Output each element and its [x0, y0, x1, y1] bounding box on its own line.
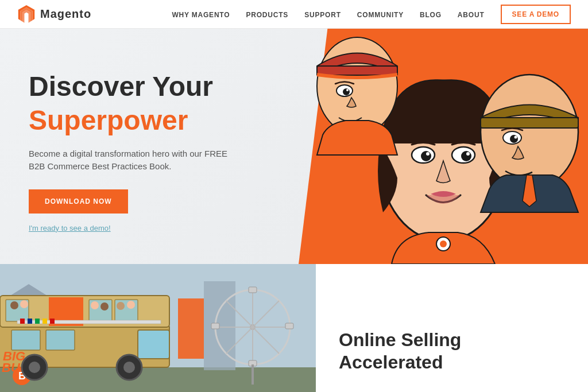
download-button[interactable]: DOWNLOAD NOW [29, 189, 128, 214]
nav-item-products[interactable]: PRODUCTS [246, 9, 288, 20]
svg-rect-37 [249, 287, 257, 293]
comic-illustration [299, 29, 588, 264]
nav-item-demo[interactable]: SEE A DEMO [501, 5, 571, 24]
svg-point-51 [10, 301, 18, 309]
svg-rect-16 [317, 66, 397, 75]
demo-link[interactable]: I'm ready to see a demo! [29, 224, 270, 232]
svg-point-52 [20, 300, 28, 308]
svg-point-4 [461, 151, 471, 161]
svg-rect-59 [28, 319, 32, 324]
nav-item-blog[interactable]: BLOG [420, 9, 442, 20]
hero-content: Discover Your Superpower Become a digita… [0, 29, 299, 264]
svg-point-13 [510, 135, 518, 143]
nav-item-about[interactable]: ABOUT [458, 9, 485, 20]
svg-rect-40 [211, 323, 219, 329]
svg-point-6 [466, 152, 470, 156]
svg-rect-58 [20, 319, 25, 324]
navbar: Magento WHY MAGENTO PRODUCTS SUPPORT COM… [0, 0, 588, 29]
svg-rect-46 [138, 330, 169, 359]
svg-rect-60 [35, 319, 40, 324]
second-section: BIG BUS B Online Selling Accelerated [0, 264, 588, 392]
svg-rect-25 [178, 298, 204, 359]
nav-item-support[interactable]: SUPPORT [304, 9, 341, 20]
svg-point-18 [343, 88, 350, 95]
second-content: Online Selling Accelerated [316, 264, 588, 392]
svg-rect-61 [42, 319, 47, 324]
svg-point-19 [346, 89, 349, 91]
svg-point-56 [127, 301, 135, 309]
hero-illustration [299, 29, 588, 264]
svg-point-10 [481, 75, 578, 189]
hero-title-line2: Superpower [29, 106, 270, 136]
svg-point-9 [440, 240, 447, 247]
svg-point-5 [426, 152, 430, 156]
svg-rect-45 [46, 330, 75, 350]
logo-text: Magento [40, 7, 91, 21]
svg-point-3 [421, 151, 431, 161]
nav-links: WHY MAGENTO PRODUCTS SUPPORT COMMUNITY B… [172, 5, 571, 24]
hero-title-line1: Discover Your [29, 72, 270, 102]
svg-point-55 [117, 302, 125, 310]
svg-point-53 [91, 301, 99, 309]
hero-description: Become a digital transformation hero wit… [29, 148, 235, 173]
second-title: Online Selling Accelerated [339, 329, 565, 373]
magento-logo-icon [17, 5, 36, 24]
svg-rect-11 [481, 118, 578, 128]
svg-point-68 [29, 362, 40, 373]
svg-point-14 [514, 136, 517, 139]
bus-city-illustration: BIG BUS B [0, 264, 316, 392]
logo[interactable]: Magento [17, 5, 91, 24]
nav-item-why-magento[interactable]: WHY MAGENTO [172, 9, 230, 20]
svg-rect-62 [50, 319, 55, 324]
nav-item-community[interactable]: COMMUNITY [357, 9, 404, 20]
svg-point-54 [100, 302, 109, 311]
svg-rect-44 [11, 330, 40, 350]
bus-image-area: BIG BUS B [0, 264, 316, 392]
svg-rect-38 [285, 323, 293, 329]
hero-section: Discover Your Superpower Become a digita… [0, 29, 588, 264]
svg-point-70 [123, 362, 135, 373]
